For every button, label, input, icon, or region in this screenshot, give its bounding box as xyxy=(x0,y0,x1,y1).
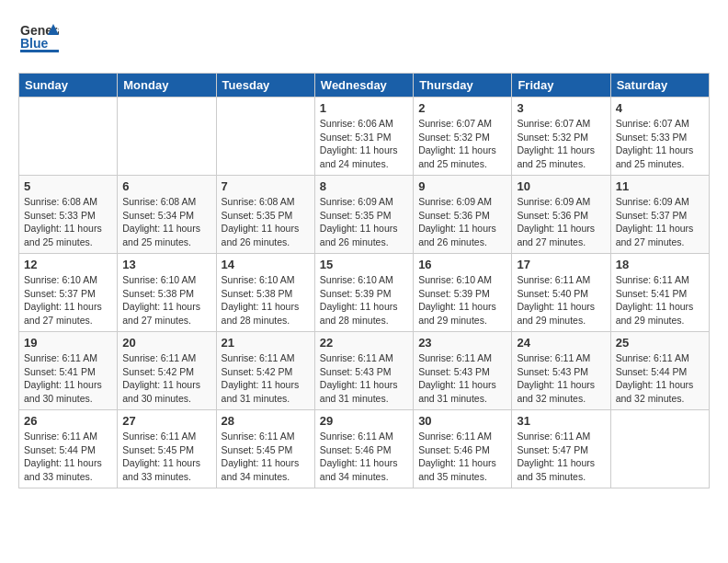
calendar-cell: 15Sunrise: 6:10 AM Sunset: 5:39 PM Dayli… xyxy=(314,254,413,332)
weekday-header-row: SundayMondayTuesdayWednesdayThursdayFrid… xyxy=(19,74,710,98)
calendar-cell: 4Sunrise: 6:07 AM Sunset: 5:33 PM Daylig… xyxy=(610,98,709,176)
day-info: Sunrise: 6:09 AM Sunset: 5:36 PM Dayligh… xyxy=(517,195,605,249)
day-info: Sunrise: 6:11 AM Sunset: 5:45 PM Dayligh… xyxy=(122,430,210,484)
calendar-cell: 30Sunrise: 6:11 AM Sunset: 5:46 PM Dayli… xyxy=(414,410,512,488)
weekday-header-friday: Friday xyxy=(512,74,610,98)
day-info: Sunrise: 6:11 AM Sunset: 5:43 PM Dayligh… xyxy=(517,351,605,406)
day-number: 5 xyxy=(24,179,112,193)
day-info: Sunrise: 6:08 AM Sunset: 5:35 PM Dayligh… xyxy=(222,195,310,249)
day-number: 31 xyxy=(517,414,605,428)
day-number: 27 xyxy=(122,414,210,428)
calendar-cell: 2Sunrise: 6:07 AM Sunset: 5:32 PM Daylig… xyxy=(414,98,512,176)
calendar-cell: 24Sunrise: 6:11 AM Sunset: 5:43 PM Dayli… xyxy=(512,332,610,410)
calendar-cell xyxy=(118,98,216,176)
day-number: 20 xyxy=(122,336,210,350)
day-info: Sunrise: 6:08 AM Sunset: 5:34 PM Dayligh… xyxy=(122,195,210,249)
day-number: 14 xyxy=(222,258,310,271)
calendar-cell: 7Sunrise: 6:08 AM Sunset: 5:35 PM Daylig… xyxy=(216,176,314,254)
day-number: 10 xyxy=(517,179,605,193)
day-number: 21 xyxy=(222,336,310,350)
day-number: 30 xyxy=(418,414,506,428)
calendar-week-row: 5Sunrise: 6:08 AM Sunset: 5:33 PM Daylig… xyxy=(19,176,710,254)
day-info: Sunrise: 6:11 AM Sunset: 5:46 PM Dayligh… xyxy=(320,430,408,484)
calendar-cell: 6Sunrise: 6:08 AM Sunset: 5:34 PM Daylig… xyxy=(118,176,216,254)
calendar-cell: 27Sunrise: 6:11 AM Sunset: 5:45 PM Dayli… xyxy=(118,410,216,488)
day-number: 9 xyxy=(418,179,506,193)
day-number: 12 xyxy=(24,258,112,271)
day-number: 26 xyxy=(24,414,112,428)
day-info: Sunrise: 6:09 AM Sunset: 5:37 PM Dayligh… xyxy=(616,195,704,249)
calendar-cell: 22Sunrise: 6:11 AM Sunset: 5:43 PM Dayli… xyxy=(314,332,413,410)
calendar-cell xyxy=(216,98,314,176)
weekday-header-monday: Monday xyxy=(118,74,216,98)
day-info: Sunrise: 6:06 AM Sunset: 5:31 PM Dayligh… xyxy=(320,117,408,171)
weekday-header-saturday: Saturday xyxy=(610,74,709,98)
weekday-header-tuesday: Tuesday xyxy=(216,74,314,98)
day-info: Sunrise: 6:11 AM Sunset: 5:45 PM Dayligh… xyxy=(222,430,310,484)
day-info: Sunrise: 6:07 AM Sunset: 5:33 PM Dayligh… xyxy=(616,117,704,171)
calendar-cell: 5Sunrise: 6:08 AM Sunset: 5:33 PM Daylig… xyxy=(19,176,118,254)
svg-text:Blue: Blue xyxy=(20,36,49,51)
day-number: 16 xyxy=(418,258,506,271)
calendar-cell: 12Sunrise: 6:10 AM Sunset: 5:37 PM Dayli… xyxy=(19,254,118,332)
calendar-cell: 13Sunrise: 6:10 AM Sunset: 5:38 PM Dayli… xyxy=(118,254,216,332)
day-number: 18 xyxy=(616,258,704,271)
day-info: Sunrise: 6:11 AM Sunset: 5:47 PM Dayligh… xyxy=(517,430,605,484)
day-info: Sunrise: 6:08 AM Sunset: 5:33 PM Dayligh… xyxy=(24,195,112,249)
day-number: 8 xyxy=(320,179,408,193)
calendar-cell xyxy=(610,410,709,488)
calendar-week-row: 26Sunrise: 6:11 AM Sunset: 5:44 PM Dayli… xyxy=(19,410,710,488)
calendar-cell: 8Sunrise: 6:09 AM Sunset: 5:35 PM Daylig… xyxy=(314,176,413,254)
calendar-cell: 21Sunrise: 6:11 AM Sunset: 5:42 PM Dayli… xyxy=(216,332,314,410)
day-number: 25 xyxy=(616,336,704,350)
day-info: Sunrise: 6:11 AM Sunset: 5:46 PM Dayligh… xyxy=(418,430,506,484)
day-info: Sunrise: 6:11 AM Sunset: 5:43 PM Dayligh… xyxy=(418,351,506,406)
day-number: 4 xyxy=(616,101,704,115)
calendar-cell: 25Sunrise: 6:11 AM Sunset: 5:44 PM Dayli… xyxy=(610,332,709,410)
day-info: Sunrise: 6:11 AM Sunset: 5:43 PM Dayligh… xyxy=(320,351,408,406)
day-info: Sunrise: 6:11 AM Sunset: 5:44 PM Dayligh… xyxy=(24,430,112,484)
calendar-cell: 18Sunrise: 6:11 AM Sunset: 5:41 PM Dayli… xyxy=(610,254,709,332)
day-number: 23 xyxy=(418,336,506,350)
day-info: Sunrise: 6:09 AM Sunset: 5:35 PM Dayligh… xyxy=(320,195,408,249)
calendar-cell: 19Sunrise: 6:11 AM Sunset: 5:41 PM Dayli… xyxy=(19,332,118,410)
calendar-week-row: 19Sunrise: 6:11 AM Sunset: 5:41 PM Dayli… xyxy=(19,332,710,410)
day-number: 3 xyxy=(517,101,605,115)
calendar-cell: 9Sunrise: 6:09 AM Sunset: 5:36 PM Daylig… xyxy=(414,176,512,254)
day-number: 28 xyxy=(222,414,310,428)
calendar-table: SundayMondayTuesdayWednesdayThursdayFrid… xyxy=(18,73,710,488)
day-info: Sunrise: 6:11 AM Sunset: 5:41 PM Dayligh… xyxy=(616,273,704,327)
day-number: 13 xyxy=(122,258,210,271)
header: General Blue xyxy=(18,18,710,59)
svg-rect-3 xyxy=(20,50,59,52)
calendar-cell: 3Sunrise: 6:07 AM Sunset: 5:32 PM Daylig… xyxy=(512,98,610,176)
day-number: 19 xyxy=(24,336,112,350)
day-number: 6 xyxy=(122,179,210,193)
calendar-cell xyxy=(19,98,118,176)
day-info: Sunrise: 6:10 AM Sunset: 5:37 PM Dayligh… xyxy=(24,273,112,327)
day-info: Sunrise: 6:10 AM Sunset: 5:39 PM Dayligh… xyxy=(418,273,506,327)
day-info: Sunrise: 6:07 AM Sunset: 5:32 PM Dayligh… xyxy=(418,117,506,171)
calendar-week-row: 12Sunrise: 6:10 AM Sunset: 5:37 PM Dayli… xyxy=(19,254,710,332)
calendar-cell: 1Sunrise: 6:06 AM Sunset: 5:31 PM Daylig… xyxy=(314,98,413,176)
day-number: 29 xyxy=(320,414,408,428)
weekday-header-wednesday: Wednesday xyxy=(314,74,413,98)
calendar-cell: 31Sunrise: 6:11 AM Sunset: 5:47 PM Dayli… xyxy=(512,410,610,488)
day-number: 24 xyxy=(517,336,605,350)
day-info: Sunrise: 6:10 AM Sunset: 5:38 PM Dayligh… xyxy=(222,273,310,327)
day-info: Sunrise: 6:10 AM Sunset: 5:39 PM Dayligh… xyxy=(320,273,408,327)
calendar-cell: 10Sunrise: 6:09 AM Sunset: 5:36 PM Dayli… xyxy=(512,176,610,254)
calendar-cell: 26Sunrise: 6:11 AM Sunset: 5:44 PM Dayli… xyxy=(19,410,118,488)
day-number: 7 xyxy=(222,179,310,193)
calendar-cell: 16Sunrise: 6:10 AM Sunset: 5:39 PM Dayli… xyxy=(414,254,512,332)
calendar-cell: 17Sunrise: 6:11 AM Sunset: 5:40 PM Dayli… xyxy=(512,254,610,332)
weekday-header-thursday: Thursday xyxy=(414,74,512,98)
day-info: Sunrise: 6:10 AM Sunset: 5:38 PM Dayligh… xyxy=(122,273,210,327)
day-info: Sunrise: 6:11 AM Sunset: 5:42 PM Dayligh… xyxy=(122,351,210,406)
day-number: 17 xyxy=(517,258,605,271)
day-number: 2 xyxy=(418,101,506,115)
day-number: 11 xyxy=(616,179,704,193)
calendar-cell: 23Sunrise: 6:11 AM Sunset: 5:43 PM Dayli… xyxy=(414,332,512,410)
day-number: 15 xyxy=(320,258,408,271)
calendar-cell: 29Sunrise: 6:11 AM Sunset: 5:46 PM Dayli… xyxy=(314,410,413,488)
